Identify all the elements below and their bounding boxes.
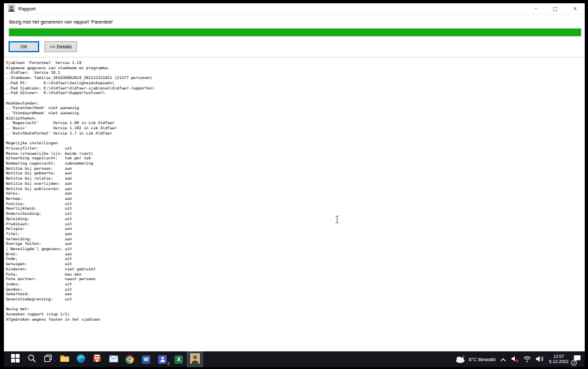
weather-label: 6°C Bewolkt [468, 357, 495, 362]
word-button[interactable]: W [138, 351, 154, 367]
show-hidden-icons-button[interactable] [500, 355, 506, 364]
store-icon [93, 354, 101, 364]
task-view-button[interactable] [40, 351, 56, 367]
teams-button[interactable]: 7 [154, 351, 171, 367]
clock-time: 12:07 [549, 354, 568, 359]
details-button[interactable]: << Details [44, 41, 77, 52]
aldfaer-taskbar-button[interactable] [187, 351, 203, 367]
muted-volume-alert-icon [511, 355, 519, 364]
folder-icon [60, 355, 69, 364]
chrome-icon [125, 355, 134, 364]
maximize-button[interactable]: □ [546, 3, 565, 14]
windows-logo-icon [11, 354, 20, 364]
clock-widget[interactable]: 12:07 5-12-2022 [549, 354, 568, 364]
text-cursor-icon [335, 214, 340, 226]
network-icon [523, 355, 531, 364]
task-view-icon [44, 354, 52, 364]
report-progress-panel: Bezig met het genereren van rapport 'Par… [4, 14, 585, 57]
window-controls: – □ × [526, 3, 585, 14]
taskbar-search-button[interactable] [24, 351, 40, 367]
aldfaer-app-icon [8, 3, 15, 14]
screen: Rapport – □ × Bezig met het genereren va… [0, 0, 588, 369]
muted-volume-alert-button[interactable] [511, 355, 519, 364]
network-button[interactable] [523, 355, 531, 364]
word-icon: W [142, 355, 150, 364]
volume-icon [536, 355, 544, 364]
window-title: Rapport [18, 6, 36, 12]
mail-icon [109, 355, 118, 364]
taskbar: W 7 X 6°C Bewolkt [4, 351, 585, 367]
action-center-button[interactable]: 3 [573, 354, 581, 364]
start-button[interactable] [7, 351, 24, 367]
titlebar: Rapport – □ × [4, 3, 585, 14]
aldfaer-icon [190, 353, 200, 366]
progress-bar [8, 28, 581, 37]
volume-button[interactable] [536, 355, 544, 364]
rapport-window: Rapport – □ × Bezig met het genereren va… [4, 3, 585, 351]
weather-cloud-icon [455, 355, 466, 364]
excel-button[interactable]: X [171, 351, 187, 367]
report-log[interactable]: Sjabloon 'Parenteel' Versie 1.19 Algemen… [4, 57, 585, 322]
system-tray: 6°C Bewolkt [455, 354, 585, 364]
chevron-up-icon [500, 355, 506, 364]
search-icon [27, 354, 36, 364]
action-center-badge: 3 [571, 360, 577, 366]
progress-fill [9, 29, 581, 36]
file-explorer-button[interactable] [56, 351, 73, 367]
edge-button[interactable] [73, 351, 89, 367]
button-row: OK << Details [4, 37, 585, 57]
close-button[interactable]: × [565, 3, 585, 14]
edge-icon [76, 354, 86, 365]
clock-date: 5-12-2022 [549, 359, 568, 364]
mail-button[interactable] [105, 351, 122, 367]
chrome-button[interactable] [122, 351, 138, 367]
weather-widget[interactable]: 6°C Bewolkt [455, 355, 495, 364]
progress-message: Bezig met het genereren van rapport 'Par… [4, 14, 585, 27]
ok-button[interactable]: OK [8, 41, 39, 52]
minimize-button[interactable]: – [526, 3, 546, 14]
store-button[interactable] [89, 351, 105, 367]
excel-icon: X [174, 355, 183, 364]
